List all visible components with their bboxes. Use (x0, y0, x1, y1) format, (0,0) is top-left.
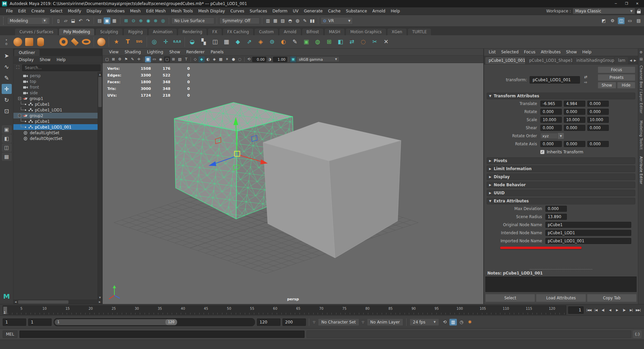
menu-edit[interactable]: Edit (15, 7, 29, 15)
poly-torus-icon[interactable] (58, 37, 68, 47)
menu-uv[interactable]: UV (290, 7, 301, 15)
section-transform-attributes[interactable]: ▼ Transform Attributes (487, 93, 635, 99)
snap-view-plane-icon[interactable]: ⊗ (152, 17, 159, 24)
tab-scroll-left-icon[interactable]: ◀ (629, 57, 633, 64)
rotate-order-select[interactable]: xyz (540, 133, 558, 139)
outliner-item-persp[interactable]: persp (13, 73, 98, 79)
go-to-end-button[interactable]: ▶▶| (635, 307, 641, 313)
make-live-icon[interactable]: ◎ (149, 37, 159, 47)
poly-cone-icon[interactable] (47, 37, 57, 47)
animation-preferences-icon[interactable]: ▥ (449, 319, 457, 326)
scroll-left-icon[interactable]: ◀ (13, 300, 18, 304)
rotate-tool-button[interactable]: ↻ (2, 95, 12, 105)
lights-icon[interactable]: ☀ (224, 56, 230, 62)
focus-button[interactable]: Focus (598, 66, 635, 73)
outliner-item-side[interactable]: side (13, 90, 98, 96)
menu-select[interactable]: Select (47, 7, 65, 15)
star-primitive-icon[interactable]: ★ (111, 37, 121, 47)
shelf-tab-fx-caching[interactable]: FX Caching (223, 28, 254, 35)
workspace-select[interactable]: Maya Classic ▼ (573, 8, 635, 14)
loop-playback-icon[interactable]: ⟲ (441, 319, 448, 326)
origin-tool-icon[interactable]: 0,0,0 (172, 37, 182, 47)
scale-field-2[interactable]: 10.000 (587, 117, 609, 123)
ipr-render-icon[interactable]: ▦ (272, 17, 279, 24)
layout-split-pane-button[interactable]: ◫ (2, 144, 11, 152)
menu-set-select[interactable]: Modeling ▼ (7, 17, 50, 24)
maximize-button[interactable]: ❐ (622, 1, 631, 7)
outliner-menu-show[interactable]: Show (37, 56, 53, 63)
poly-pipe-icon[interactable] (81, 37, 91, 47)
menu-mesh-display[interactable]: Mesh Display (196, 7, 228, 15)
original-node-name-field[interactable]: pCube1 (545, 222, 631, 228)
pan-zoom-icon[interactable]: ✛ (136, 56, 142, 62)
chevron-down-icon[interactable]: ▽ (313, 320, 315, 324)
poly-uv-sphere-icon[interactable] (96, 37, 106, 47)
color-management-icon[interactable]: ▣ (290, 56, 296, 62)
make-live-icon[interactable]: ◎ (160, 17, 166, 24)
snap-point-icon[interactable]: ⊕ (138, 17, 144, 24)
shelf-tab-xgen[interactable]: XGen (387, 28, 407, 35)
snap-together-icon[interactable]: ✛ (161, 37, 171, 47)
ae-menu-attributes[interactable]: Attributes (538, 49, 563, 56)
filter-icon[interactable]: ⛶ (15, 65, 21, 71)
outliner-item-top[interactable]: top (13, 79, 98, 84)
separate-tool-icon[interactable]: ◫ (210, 37, 220, 47)
light-editor-icon[interactable]: ◍ (294, 17, 301, 24)
side-tab-modeling-toolkit[interactable]: Modeling Toolkit (639, 117, 643, 153)
viewport-menu-renderer[interactable]: Renderer (183, 49, 208, 55)
select-component-icon[interactable]: ▦ (111, 17, 118, 24)
new-scene-icon[interactable]: ▯ (55, 17, 62, 24)
layout-single-pane-button[interactable]: ▣ (2, 126, 11, 134)
playback-start-field[interactable]: 1 (28, 318, 52, 326)
hypershade-icon[interactable]: ◓ (287, 17, 293, 24)
chevron-down-icon[interactable]: ▼ (558, 133, 564, 139)
viewport-menu-show[interactable]: Show (166, 49, 183, 55)
ae-menu-focus[interactable]: Focus (521, 49, 538, 56)
intended-node-name-field[interactable]: pCube1_LOD1 (545, 230, 631, 236)
scroll-right-icon[interactable]: ▶ (98, 300, 102, 304)
chevron-down-icon[interactable]: ▽ (362, 320, 364, 324)
ae-menu-help[interactable]: Help (580, 49, 594, 56)
average-vertices-icon[interactable]: ◌ (358, 37, 368, 47)
scale-tool-button[interactable]: ⊡ (2, 106, 12, 116)
paint-select-tool-button[interactable]: ✎ (2, 73, 12, 83)
bridge-tool-icon[interactable]: ⊜ (267, 37, 277, 47)
ae-tab-lam[interactable]: lam (615, 57, 628, 64)
outliner-item-group1[interactable]: −group1 (13, 96, 98, 101)
shelf-tab-mash[interactable]: MASH (324, 28, 345, 35)
combine-tool-icon[interactable]: ▚ (199, 37, 209, 47)
translate-field-1[interactable]: 4.984 (564, 101, 585, 107)
exposure-icon[interactable]: ⟲ (246, 56, 252, 62)
film-gate-icon[interactable]: ▭ (151, 56, 157, 62)
menu-help[interactable]: Help (388, 7, 402, 15)
scrollbar-thumb[interactable] (18, 300, 68, 304)
move-tool-button[interactable]: ✛ (2, 84, 12, 94)
open-scene-icon[interactable]: ▱ (62, 17, 69, 24)
menu-mesh-tools[interactable]: Mesh Tools (168, 7, 196, 15)
image-plane-icon[interactable]: ▧ (177, 56, 183, 62)
gear-icon[interactable]: ⚙ (5, 42, 8, 46)
shelf-tab-turtle[interactable]: TURTLE (408, 28, 431, 35)
outliner-horizontal-scrollbar[interactable]: ◀ ▶ (13, 300, 102, 304)
viewport-menu-lighting[interactable]: Lighting (144, 49, 166, 55)
smooth-tool-icon[interactable]: ◆ (233, 37, 243, 47)
step-back-key-button[interactable]: ◀| (600, 307, 606, 313)
layout-four-pane-button[interactable]: ▦ (2, 153, 11, 161)
poly-sphere-icon[interactable] (13, 37, 23, 47)
outliner-item-group2[interactable]: −group2 (13, 113, 98, 118)
menu-generate[interactable]: Generate (301, 7, 325, 15)
bevel-tool-icon[interactable]: ◈ (256, 37, 266, 47)
menu-modify[interactable]: Modify (65, 7, 84, 15)
animation-start-field[interactable]: 1 (3, 318, 26, 326)
step-forward-key-button[interactable]: |▶ (621, 307, 627, 313)
outliner-tab[interactable]: Outliner (14, 49, 40, 56)
menu-substance[interactable]: Substance (343, 7, 370, 15)
show-character-controls-icon[interactable]: ⚙ (609, 17, 616, 24)
reduce-tool-icon[interactable]: ✂ (370, 37, 380, 47)
play-backward-button[interactable]: ◀ (607, 307, 613, 313)
outliner-item-pcube1-lod1[interactable]: pCube1_LOD1 (13, 107, 98, 113)
viewport-menu-shading[interactable]: Shading (121, 49, 144, 55)
scroll-up-icon[interactable]: ▲ (98, 72, 102, 77)
shear-field-2[interactable]: 0.000 (587, 125, 609, 131)
render-icon[interactable]: ▥ (265, 17, 271, 24)
